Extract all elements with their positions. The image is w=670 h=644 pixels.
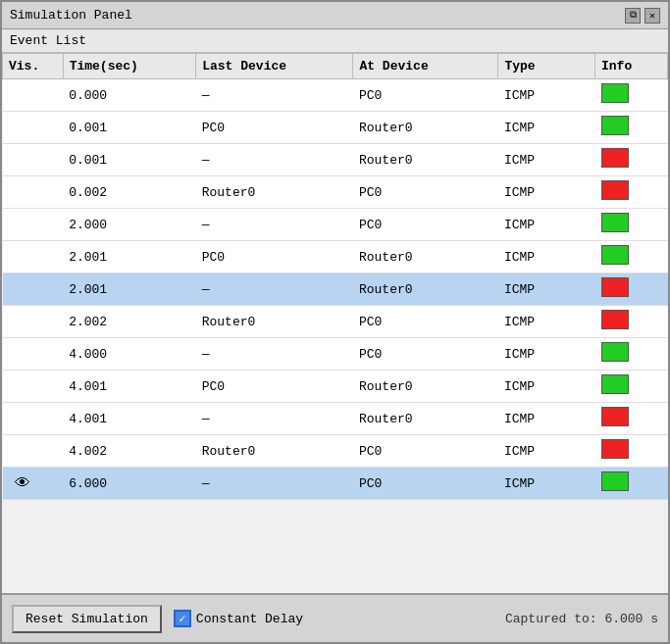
cell-at-device: Router0 (353, 241, 498, 273)
table-row[interactable]: 4.001—Router0ICMP (3, 403, 668, 435)
table-row[interactable]: 4.001PC0Router0ICMP (3, 371, 668, 403)
cell-vis (3, 241, 64, 273)
close-icon[interactable]: ✕ (644, 8, 660, 24)
table-row[interactable]: 2.001PC0Router0ICMP (3, 241, 668, 273)
info-color-box[interactable] (601, 374, 629, 394)
cell-type: ICMP (498, 435, 595, 468)
cell-info[interactable] (595, 435, 668, 468)
table-row[interactable]: 4.000—PC0ICMP (3, 338, 668, 371)
table-row[interactable]: 2.002Router0PC0ICMP (3, 306, 668, 338)
cell-at-device: PC0 (353, 209, 498, 241)
cell-time: 2.001 (63, 241, 196, 273)
table-row[interactable]: 2.001—Router0ICMP (3, 273, 668, 306)
cell-type: ICMP (498, 79, 595, 112)
cell-at-device: PC0 (353, 338, 498, 371)
cell-at-device: PC0 (353, 176, 498, 209)
cell-vis (3, 144, 64, 176)
cell-vis (3, 176, 64, 209)
info-color-box[interactable] (601, 83, 629, 103)
cell-last-device: — (196, 209, 353, 241)
info-color-box[interactable] (601, 213, 629, 232)
cell-info[interactable] (595, 338, 668, 371)
cell-time: 4.000 (63, 338, 196, 371)
cell-type: ICMP (498, 241, 595, 273)
col-header-type: Type (498, 54, 595, 79)
cell-info[interactable] (595, 79, 668, 112)
window-title: Simulation Panel (10, 8, 132, 23)
table-row[interactable]: 4.002Router0PC0ICMP (3, 435, 668, 468)
cell-time: 4.001 (63, 371, 196, 403)
cell-vis (3, 403, 64, 435)
cell-vis (3, 338, 64, 371)
cell-info[interactable] (595, 112, 668, 144)
cell-info[interactable] (595, 403, 668, 435)
cell-last-device: Router0 (196, 435, 353, 468)
table-row[interactable]: 2.000—PC0ICMP (3, 209, 668, 241)
constant-delay-text: Constant Delay (196, 612, 303, 626)
cell-last-device: Router0 (196, 176, 353, 209)
cell-at-device: PC0 (353, 79, 498, 112)
bottom-bar: Reset Simulation ✓ Constant Delay Captur… (2, 593, 668, 642)
cell-type: ICMP (498, 176, 595, 209)
cell-info[interactable] (595, 176, 668, 209)
simulation-panel-window: Simulation Panel ⧉ ✕ Event List Vis. Tim… (0, 0, 670, 644)
captured-label: Captured to: (505, 612, 597, 626)
cell-last-device: — (196, 338, 353, 371)
cell-type: ICMP (498, 209, 595, 241)
restore-icon[interactable]: ⧉ (625, 8, 641, 24)
cell-vis (3, 209, 64, 241)
cell-info[interactable] (595, 468, 668, 500)
cell-type: ICMP (498, 371, 595, 403)
cell-vis: 👁 (3, 468, 64, 500)
constant-delay-checkbox[interactable]: ✓ (174, 610, 191, 627)
cell-type: ICMP (498, 338, 595, 371)
cell-info[interactable] (595, 241, 668, 273)
cell-info[interactable] (595, 371, 668, 403)
captured-info: Captured to: 6.000 s (505, 612, 658, 626)
cell-type: ICMP (498, 273, 595, 306)
table-row[interactable]: 0.002Router0PC0ICMP (3, 176, 668, 209)
menu-event-list[interactable]: Event List (10, 33, 86, 48)
event-table-wrapper: Vis. Time(sec) Last Device At Device Typ… (2, 53, 668, 593)
cell-info[interactable] (595, 306, 668, 338)
table-row[interactable]: 👁6.000—PC0ICMP (3, 468, 668, 500)
table-row[interactable]: 0.000—PC0ICMP (3, 79, 668, 112)
table-row[interactable]: 0.001—Router0ICMP (3, 144, 668, 176)
title-bar-icons: ⧉ ✕ (625, 8, 660, 24)
info-color-box[interactable] (601, 471, 629, 491)
col-header-last-device: Last Device (196, 54, 353, 79)
info-color-box[interactable] (601, 180, 629, 200)
info-color-box[interactable] (601, 116, 629, 135)
info-color-box[interactable] (601, 407, 629, 426)
cell-time: 0.001 (63, 144, 196, 176)
event-table-body: 0.000—PC0ICMP0.001PC0Router0ICMP0.001—Ro… (3, 79, 668, 500)
cell-info[interactable] (595, 273, 668, 306)
cell-last-device: — (196, 273, 353, 306)
info-color-box[interactable] (601, 277, 629, 297)
cell-info[interactable] (595, 209, 668, 241)
cell-time: 0.000 (63, 79, 196, 112)
event-table-scroll[interactable]: Vis. Time(sec) Last Device At Device Typ… (2, 53, 668, 593)
cell-type: ICMP (498, 144, 595, 176)
cell-time: 4.001 (63, 403, 196, 435)
cell-last-device: — (196, 144, 353, 176)
cell-time: 2.002 (63, 306, 196, 338)
cell-last-device: — (196, 403, 353, 435)
table-row[interactable]: 0.001PC0Router0ICMP (3, 112, 668, 144)
cell-last-device: PC0 (196, 112, 353, 144)
reset-simulation-button[interactable]: Reset Simulation (12, 605, 162, 633)
info-color-box[interactable] (601, 148, 629, 168)
info-color-box[interactable] (601, 342, 629, 362)
info-color-box[interactable] (601, 439, 629, 459)
col-header-info: Info (595, 54, 668, 79)
cell-type: ICMP (498, 112, 595, 144)
info-color-box[interactable] (601, 310, 629, 329)
info-color-box[interactable] (601, 245, 629, 265)
cell-time: 2.000 (63, 209, 196, 241)
cell-info[interactable] (595, 144, 668, 176)
eye-icon[interactable]: 👁 (9, 473, 36, 493)
table-header-row: Vis. Time(sec) Last Device At Device Typ… (3, 54, 668, 79)
cell-at-device: PC0 (353, 468, 498, 500)
cell-type: ICMP (498, 306, 595, 338)
cell-time: 2.001 (63, 273, 196, 306)
